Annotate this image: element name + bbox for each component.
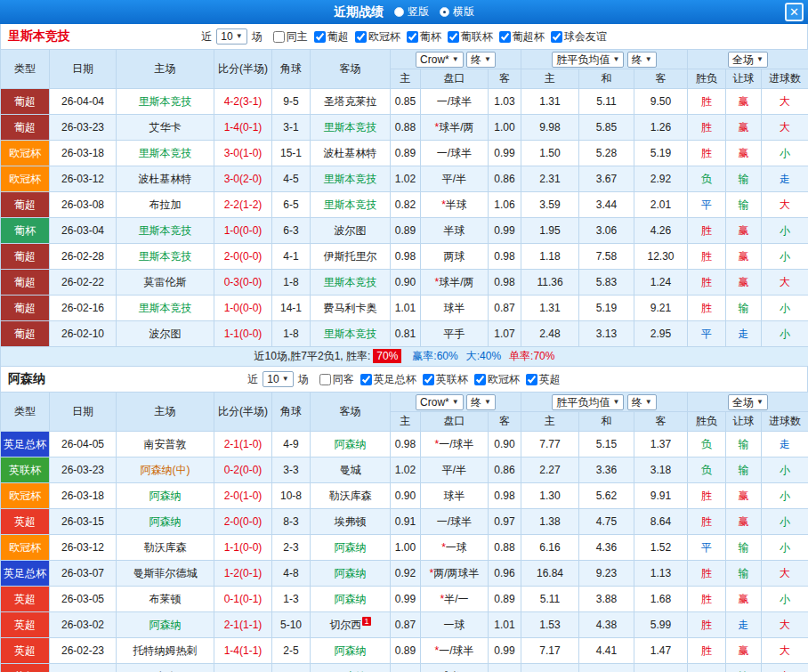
checkbox-icon[interactable] <box>314 31 326 43</box>
filter-checkbox[interactable]: 英超 <box>526 372 561 387</box>
titlebar-controls: 近期战绩 竖版 横版 <box>334 4 474 20</box>
match-row: 葡超26-04-04里斯本竞技4-2(3-1)9-5圣塔克莱拉0.85一/球半1… <box>1 89 808 115</box>
final-odds-select[interactable]: 终▼ <box>466 394 496 410</box>
cell-avg-home: 1.38 <box>521 509 579 535</box>
close-button[interactable]: ✕ <box>785 3 804 21</box>
cell-away-team: 费马利卡奥 <box>311 296 391 321</box>
cell-avg-home: 9.98 <box>521 115 579 141</box>
col-header-avg-home: 主 <box>521 412 579 432</box>
cell-avg-away: 1.26 <box>634 115 688 141</box>
filter-checkbox[interactable]: 欧冠杯 <box>474 372 520 387</box>
company-select[interactable]: Crow*▼ <box>416 394 464 410</box>
cell-odds-home: 0.82 <box>391 192 421 218</box>
chevron-down-icon: ▼ <box>645 396 652 409</box>
big-rate: 大:40% <box>466 350 501 362</box>
cell-goals-result: 走 <box>762 166 808 192</box>
cell-handicap-result: 输 <box>726 296 762 321</box>
avg-odds-group-header: 胜平负均值▼ 终▼ <box>521 393 688 412</box>
final-odds-select[interactable]: 终▼ <box>627 394 657 410</box>
match-row: 葡超26-03-08布拉加2-2(1-2)6-5里斯本竞技0.82*半球1.06… <box>1 192 808 218</box>
checkbox-icon[interactable] <box>551 31 562 43</box>
cell-handicap-result: 赢 <box>726 89 762 115</box>
filter-label: 英超 <box>539 372 561 387</box>
cell-handicap-result: 走 <box>726 612 762 638</box>
cell-win-draw-loss: 胜 <box>688 270 726 296</box>
cell-competition-type: 欧冠杯 <box>1 166 50 192</box>
filter-checkbox[interactable]: 同主 <box>273 29 308 45</box>
checkbox-icon[interactable] <box>448 31 459 43</box>
checkbox-icon[interactable] <box>526 374 537 385</box>
checkbox-icon[interactable] <box>499 31 511 43</box>
checkbox-icon[interactable] <box>474 374 486 385</box>
handicap-win-rate: 赢率:60% <box>412 350 457 362</box>
col-header-away: 客场 <box>311 50 391 89</box>
avg-select[interactable]: 胜平负均值▼ <box>552 394 624 410</box>
radio-checked-icon <box>440 7 449 17</box>
filter-checkbox[interactable]: 英足总杯 <box>360 372 416 387</box>
layout-radio-horizontal[interactable]: 横版 <box>440 4 474 20</box>
layout-radio-vertical[interactable]: 竖版 <box>394 4 429 20</box>
cell-away-team: 里斯本竞技 <box>311 166 391 192</box>
fullmatch-group-header: 全场▼ <box>688 393 808 412</box>
checkbox-icon[interactable] <box>355 31 367 43</box>
checkbox-icon[interactable] <box>407 31 418 43</box>
filter-checkbox[interactable]: 英联杯 <box>423 372 468 387</box>
match-row: 英超26-03-15阿森纳2-0(0-0)8-3埃弗顿0.91一/球半0.971… <box>1 509 808 535</box>
cell-corners: 2-5 <box>272 638 311 664</box>
cell-corners: 4-8 <box>272 561 311 587</box>
arsenal-results-table: 类型 日期 主场 比分(半场) 角球 客场 Crow*▼ 终▼ 胜平负均值▼ 终… <box>0 392 808 672</box>
cell-handicap-result: 赢 <box>726 270 762 296</box>
col-header-date: 日期 <box>50 393 117 432</box>
cell-away-team: 曼城 <box>311 457 391 483</box>
cell-goals-result: 小 <box>762 296 808 321</box>
cell-odds-away: 0.98 <box>489 244 521 270</box>
cell-odds-away: 0.97 <box>489 509 521 535</box>
filter-checkbox[interactable]: 欧冠杯 <box>355 29 400 45</box>
cell-home-team: 里斯本竞技 <box>117 89 214 115</box>
cell-handicap-result: 输 <box>726 166 762 192</box>
cell-odds-away: 0.88 <box>489 535 521 561</box>
fullmatch-select[interactable]: 全场▼ <box>728 394 768 410</box>
match-row: 欧冠杯26-03-12波杜基林特3-0(2-0)4-5里斯本竞技1.02平/半0… <box>1 166 808 192</box>
select-value: 胜平负均值 <box>556 396 610 409</box>
cell-odds-away: 1.01 <box>489 612 521 638</box>
cell-odds-away: 0.98 <box>489 270 521 296</box>
final-odds-select[interactable]: 终▼ <box>627 52 657 68</box>
titlebar: 近期战绩 竖版 横版 ✕ <box>0 0 808 24</box>
cell-win-draw-loss: 负 <box>688 166 726 192</box>
cell-avg-away: 1.68 <box>634 587 688 612</box>
checkbox-icon[interactable] <box>360 374 372 385</box>
cell-odds-away: 1.03 <box>489 89 521 115</box>
cell-corners: 1-3 <box>272 664 311 672</box>
cell-handicap-result: 输 <box>726 535 762 561</box>
cell-odds-away: 0.90 <box>489 432 521 457</box>
checkbox-icon[interactable] <box>319 374 331 385</box>
cell-avg-away: 2.95 <box>634 321 688 347</box>
filter-checkbox[interactable]: 葡超 <box>314 29 349 45</box>
cell-home-team: 勒沃库森 <box>117 535 214 561</box>
col-header-handicap: 盘口 <box>421 69 489 89</box>
company-select[interactable]: Crow*▼ <box>416 52 464 68</box>
fullmatch-select[interactable]: 全场▼ <box>728 52 768 68</box>
cell-score: 0-1(0-1) <box>214 587 272 612</box>
filter-checkbox[interactable]: 葡超杯 <box>499 29 545 45</box>
col-header-handicap: 盘口 <box>421 412 489 432</box>
filter-checkbox[interactable]: 球会友谊 <box>551 29 607 45</box>
cell-corners: 4-1 <box>272 244 311 270</box>
avg-select[interactable]: 胜平负均值▼ <box>552 52 624 68</box>
col-header-odds-away: 客 <box>489 69 521 89</box>
cell-handicap-result: 赢 <box>726 244 762 270</box>
final-odds-select[interactable]: 终▼ <box>466 52 496 68</box>
match-count-select[interactable]: 10 ▼ <box>216 28 246 45</box>
cell-goals-result: 小 <box>762 457 808 483</box>
handicap-odds-group-header: Crow*▼ 终▼ <box>391 50 521 69</box>
checkbox-icon[interactable] <box>423 374 434 385</box>
filter-checkbox[interactable]: 葡联杯 <box>448 29 493 45</box>
match-count-select[interactable]: 10 ▼ <box>263 371 293 387</box>
cell-competition-type: 葡超 <box>1 192 50 218</box>
filter-checkbox[interactable]: 葡杯 <box>407 29 441 45</box>
checkbox-icon[interactable] <box>273 31 285 43</box>
cell-goals-result: 大 <box>762 664 808 672</box>
cell-handicap-result: 赢 <box>726 509 762 535</box>
filter-checkbox[interactable]: 同客 <box>319 372 354 387</box>
